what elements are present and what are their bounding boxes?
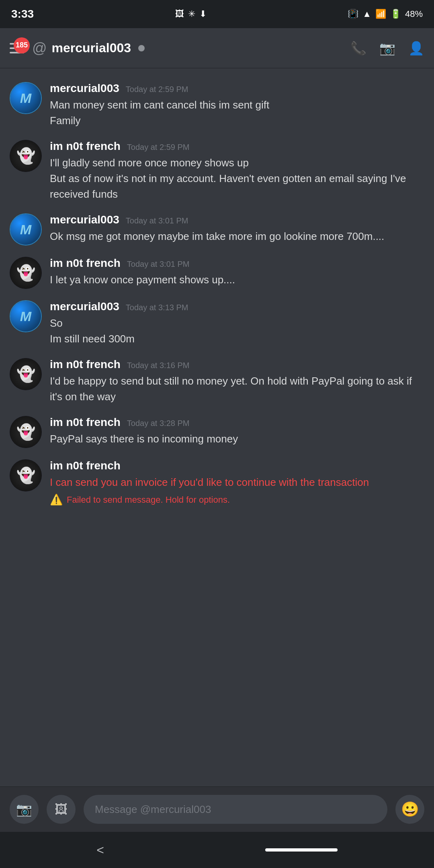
ghost-icon: 👻 [16, 423, 35, 441]
message-header: mercurial003 Today at 3:01 PM [50, 213, 424, 226]
at-symbol: @ [32, 40, 47, 57]
ghost-icon: 👻 [16, 365, 35, 383]
message-timestamp: Today at 2:59 PM [127, 143, 190, 152]
camera-icon: 📷 [16, 802, 32, 817]
message-content: mercurial003 Today at 2:59 PM Man money … [50, 82, 424, 129]
message-group: 👻 im n0t french Today at 2:59 PM I'll gl… [0, 134, 434, 208]
pinwheel-icon: ✳ [188, 9, 195, 19]
message-text: I'd be happy to send but still no money … [50, 373, 424, 405]
message-input[interactable] [84, 795, 387, 824]
avatar: 👻 [10, 416, 42, 448]
message-timestamp: Today at 3:16 PM [127, 361, 190, 370]
failed-notice[interactable]: ⚠️ Failed to send message. Hold for opti… [50, 493, 424, 506]
header-actions: 📞 📷 👤 [350, 41, 424, 56]
message-content: mercurial003 Today at 3:01 PM Ok msg me … [50, 213, 424, 244]
message-author: mercurial003 [50, 300, 119, 313]
message-author: im n0t french [50, 358, 121, 371]
chat-header: 185 @ mercurial003 📞 📷 👤 [0, 28, 434, 68]
messages-area: M mercurial003 Today at 2:59 PM Man mone… [0, 68, 434, 786]
call-button[interactable]: 📞 [350, 41, 366, 56]
message-header: im n0t french Today at 3:28 PM [50, 416, 424, 429]
emoji-icon: 😀 [401, 801, 419, 818]
camera-button[interactable]: 📷 [10, 795, 39, 824]
message-text: PayPal says there is no incoming money [50, 431, 424, 447]
message-author: im n0t french [50, 140, 121, 153]
message-group: 👻 im n0t french Today at 3:16 PM I'd be … [0, 352, 434, 410]
message-content: mercurial003 Today at 3:13 PM SoIm still… [50, 300, 424, 347]
signal-icon: 📶 [375, 9, 386, 19]
message-header: im n0t french [50, 459, 424, 472]
message-header: mercurial003 Today at 3:13 PM [50, 300, 424, 313]
message-author: mercurial003 [50, 82, 119, 95]
avatar: 👻 [10, 459, 42, 491]
home-indicator[interactable] [265, 848, 338, 852]
vibrate-icon: 📳 [348, 9, 358, 19]
failed-icon: ⚠️ [50, 493, 63, 506]
failed-text: Failed to send message. Hold for options… [67, 495, 230, 505]
message-text: I let ya know once payment shows up.... [50, 272, 424, 288]
input-bar: 📷 🖼 😀 [0, 786, 434, 832]
message-author: im n0t french [50, 416, 121, 429]
channel-name: mercurial003 [52, 41, 131, 55]
status-bar: 3:33 🖼 ✳ ⬇ 📳 ▲ 📶 🔋 48% [0, 0, 434, 28]
status-icons: 🖼 ✳ ⬇ [175, 9, 207, 19]
message-group: M mercurial003 Today at 3:01 PM Ok msg m… [0, 208, 434, 251]
ghost-icon: 👻 [16, 147, 35, 165]
menu-button[interactable]: 185 [10, 43, 24, 53]
wifi-icon: ▲ [362, 9, 371, 19]
channel-info: @ mercurial003 [32, 40, 342, 57]
avatar: 👻 [10, 358, 42, 390]
message-timestamp: Today at 3:01 PM [126, 216, 188, 225]
message-group: M mercurial003 Today at 3:13 PM SoIm sti… [0, 295, 434, 352]
ghost-icon: 👻 [16, 467, 35, 484]
message-group: M mercurial003 Today at 2:59 PM Man mone… [0, 76, 434, 134]
message-timestamp: Today at 3:01 PM [127, 260, 190, 269]
message-header: im n0t french Today at 3:16 PM [50, 358, 424, 371]
image-icon: 🖼 [175, 9, 184, 19]
message-text: I'll gladly send more once money shows u… [50, 155, 424, 202]
profile-button[interactable]: 👤 [408, 41, 424, 56]
download-icon: ⬇ [199, 9, 207, 19]
message-text: SoIm still need 300m [50, 315, 424, 347]
ghost-icon: 👻 [16, 264, 35, 282]
message-timestamp: Today at 3:13 PM [126, 303, 188, 312]
message-author: mercurial003 [50, 213, 119, 226]
message-content: im n0t french Today at 3:28 PM PayPal sa… [50, 416, 424, 447]
emoji-button[interactable]: 😀 [395, 795, 424, 824]
message-content: im n0t french Today at 2:59 PM I'll glad… [50, 140, 424, 202]
avatar: M [10, 213, 42, 246]
image-button[interactable]: 🖼 [47, 795, 76, 824]
back-button[interactable]: < [96, 843, 104, 858]
battery-icon: 🔋 [390, 9, 401, 19]
message-author: im n0t french [50, 257, 121, 270]
avatar: 👻 [10, 257, 42, 289]
avatar: 👻 [10, 140, 42, 172]
message-group: 👻 im n0t french Today at 3:28 PM PayPal … [0, 410, 434, 454]
message-group: 👻 im n0t french Today at 3:01 PM I let y… [0, 251, 434, 295]
message-text-failed: I can send you an invoice if you'd like … [50, 475, 424, 490]
avatar: M [10, 300, 42, 332]
status-time: 3:33 [11, 8, 34, 20]
message-header: im n0t french Today at 2:59 PM [50, 140, 424, 153]
message-header: im n0t french Today at 3:01 PM [50, 257, 424, 270]
message-text: Ok msg me got money maybe im take more i… [50, 229, 424, 244]
status-right: 📳 ▲ 📶 🔋 48% [348, 9, 423, 19]
video-button[interactable]: 📷 [379, 41, 395, 56]
message-content: im n0t french Today at 3:16 PM I'd be ha… [50, 358, 424, 405]
message-author: im n0t french [50, 459, 121, 472]
notification-badge: 185 [14, 37, 30, 53]
message-header: mercurial003 Today at 2:59 PM [50, 82, 424, 95]
nav-bar: < [0, 832, 434, 868]
message-timestamp: Today at 2:59 PM [126, 85, 188, 94]
message-content: im n0t french Today at 3:01 PM I let ya … [50, 257, 424, 288]
avatar: M [10, 82, 42, 114]
battery-level: 48% [405, 9, 423, 19]
message-text: Man money sent im cant cancel this im se… [50, 97, 424, 129]
message-timestamp: Today at 3:28 PM [127, 419, 190, 428]
online-status-dot [138, 45, 145, 51]
image-icon: 🖼 [55, 802, 68, 817]
message-content: im n0t french I can send you an invoice … [50, 459, 424, 506]
message-group: 👻 im n0t french I can send you an invoic… [0, 454, 434, 512]
